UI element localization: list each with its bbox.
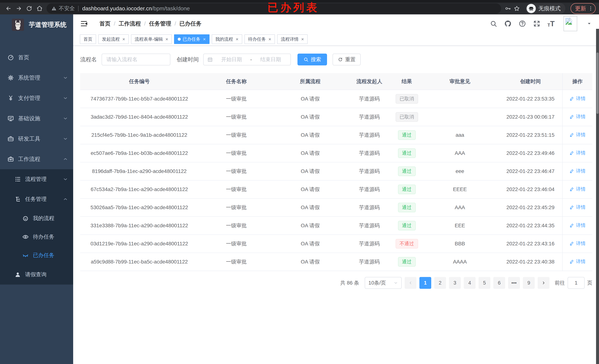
sidebar-item[interactable]: 系统管理 xyxy=(0,68,73,88)
sidebar-item[interactable]: 已办任务 xyxy=(0,246,73,265)
table-row: a59c9d88-7b99-11ec-ba5c-acde48001122 一级审… xyxy=(80,253,592,271)
result-badge: 通过 xyxy=(398,257,416,267)
page-number-button[interactable]: 4 xyxy=(464,277,476,289)
sidebar-collapse-button[interactable] xyxy=(80,20,88,28)
search-button[interactable]: 搜索 xyxy=(298,53,327,65)
page-number-button[interactable]: 2 xyxy=(434,277,446,289)
sidebar-item[interactable]: 待办任务 xyxy=(0,228,73,246)
sidebar-item-label: 已办任务 xyxy=(33,252,68,259)
tab-close-icon[interactable]: × xyxy=(268,37,271,42)
password-key-icon[interactable] xyxy=(505,5,511,12)
cell-comment: aaa xyxy=(421,126,499,144)
refresh-icon xyxy=(338,57,343,62)
page-number-button[interactable]: 1 xyxy=(419,277,431,289)
sidebar-item[interactable]: 首页 xyxy=(0,47,73,68)
sidebar-item-icon xyxy=(14,196,21,203)
tab-close-icon[interactable]: × xyxy=(203,37,206,42)
sidebar-item-label: 支付管理 xyxy=(18,94,63,102)
page-number-button[interactable]: ••• xyxy=(508,277,520,289)
next-page-button[interactable] xyxy=(538,277,549,289)
date-range-picker[interactable]: 开始日期 - 结束日期 xyxy=(203,53,291,65)
avatar-caret-icon[interactable] xyxy=(587,21,592,26)
sidebar-item[interactable]: 任务管理 xyxy=(0,189,73,209)
sidebar-item-label: 研发工具 xyxy=(18,135,63,143)
page-tab[interactable]: 流程表单-编辑 × xyxy=(131,34,172,44)
fullscreen-icon[interactable] xyxy=(533,20,540,27)
reset-button[interactable]: 重置 xyxy=(333,53,361,65)
page-number-button[interactable]: 6 xyxy=(493,277,505,289)
result-badge: 通过 xyxy=(398,148,416,158)
browser-update-button[interactable]: 更新 xyxy=(571,3,596,14)
detail-link[interactable]: 详情 xyxy=(569,95,586,102)
sidebar-item[interactable]: 工作流程 xyxy=(0,149,73,169)
sidebar-item[interactable]: 请假查询 xyxy=(0,265,73,284)
help-icon[interactable] xyxy=(519,20,526,27)
font-size-icon[interactable]: TT xyxy=(547,20,555,27)
page-tab[interactable]: 已办任务 × xyxy=(174,34,209,44)
goto-page-input[interactable] xyxy=(568,277,585,289)
process-name-input[interactable] xyxy=(102,53,170,65)
detail-link[interactable]: 详情 xyxy=(569,258,586,265)
breadcrumb-item[interactable]: / 任务管理 xyxy=(141,20,171,27)
cell-actions: 详情 xyxy=(563,162,592,180)
column-header-task-name: 任务名称 xyxy=(198,73,274,90)
cell-created-time: 2022-01-22 23:45:29 xyxy=(499,198,563,217)
sidebar-item[interactable]: 流程管理 xyxy=(0,169,73,189)
chevron-icon xyxy=(63,157,68,162)
sidebar-item[interactable]: 支付管理 xyxy=(0,88,73,108)
page-tab[interactable]: 流程详情 × xyxy=(277,34,308,44)
back-icon xyxy=(5,5,12,12)
cell-task-name: 一级审批 xyxy=(198,217,274,235)
breadcrumb: / 首页 / 工作流程 / 任务管理 / 已办任务 xyxy=(99,20,490,27)
prev-page-button[interactable] xyxy=(405,277,416,289)
breadcrumb-item[interactable]: / 工作流程 xyxy=(110,20,141,27)
page-size-select[interactable]: 10条/页 xyxy=(365,277,402,289)
page-number-button[interactable]: 5 xyxy=(478,277,490,289)
browser-reload-button[interactable] xyxy=(24,3,34,14)
detail-link[interactable]: 详情 xyxy=(569,186,586,192)
detail-link[interactable]: 详情 xyxy=(569,168,586,174)
sidebar-item-icon xyxy=(22,215,29,222)
scrollbar-thumb[interactable] xyxy=(596,53,599,114)
breadcrumb-item[interactable]: / 首页 xyxy=(99,20,110,27)
page-tab[interactable]: 发起流程 × xyxy=(98,34,129,44)
page-tab[interactable]: 我的流程 × xyxy=(212,34,242,44)
detail-link[interactable]: 详情 xyxy=(569,150,586,156)
bookmark-star-icon[interactable] xyxy=(514,5,520,12)
tab-close-icon[interactable]: × xyxy=(236,37,238,42)
update-label: 更新 xyxy=(575,5,586,12)
page-tab[interactable]: 首页 xyxy=(80,34,96,44)
breadcrumb-item[interactable]: / 已办任务 xyxy=(171,20,202,27)
tab-close-icon[interactable]: × xyxy=(165,37,168,42)
detail-link[interactable]: 详情 xyxy=(569,222,586,229)
detail-link[interactable]: 详情 xyxy=(569,240,586,247)
cell-starter: 芋道源码 xyxy=(346,235,392,253)
browser-back-button[interactable] xyxy=(3,3,14,14)
sidebar-item[interactable]: 基础设施 xyxy=(0,108,73,129)
browser-chrome: 不安全 dashboard.yudao.iocoder.cn/bpm/task/… xyxy=(0,0,599,14)
calendar-icon xyxy=(207,57,213,62)
table-row: ec507ae6-7b9a-11ec-b03b-acde48001122 一级审… xyxy=(80,144,592,162)
sidebar-logo[interactable]: 芋道管理系统 xyxy=(0,14,73,35)
cell-task-name: 一级审批 xyxy=(198,126,274,144)
avatar[interactable] xyxy=(564,16,577,31)
tab-close-icon[interactable]: × xyxy=(301,37,304,42)
sidebar-item[interactable]: 我的流程 xyxy=(0,209,73,228)
search-icon[interactable] xyxy=(490,20,497,27)
detail-link[interactable]: 详情 xyxy=(569,114,586,120)
browser-home-button[interactable] xyxy=(34,3,45,14)
cell-task-id: 74736737-7b9b-11ec-b5b7-acde48001122 xyxy=(80,90,198,108)
sidebar-item[interactable]: 研发工具 xyxy=(0,129,73,149)
browser-forward-button[interactable] xyxy=(14,3,24,14)
detail-link[interactable]: 详情 xyxy=(569,132,586,138)
page-number-button[interactable]: 3 xyxy=(449,277,461,289)
table-row: 215cf4e5-7b9b-11ec-9a1b-acde48001122 一级审… xyxy=(80,126,592,144)
page-tab[interactable]: 待办任务 × xyxy=(245,34,275,44)
tab-close-icon[interactable]: × xyxy=(122,37,125,42)
window-scrollbar[interactable] xyxy=(596,29,599,364)
breadcrumb-label: 首页 xyxy=(99,20,110,27)
detail-link[interactable]: 详情 xyxy=(569,204,586,211)
table-row: 3adac3d2-7b9d-11ec-8404-acde48001122 一级审… xyxy=(80,108,592,126)
page-number-button[interactable]: 9 xyxy=(523,277,535,289)
github-icon[interactable] xyxy=(504,20,512,27)
